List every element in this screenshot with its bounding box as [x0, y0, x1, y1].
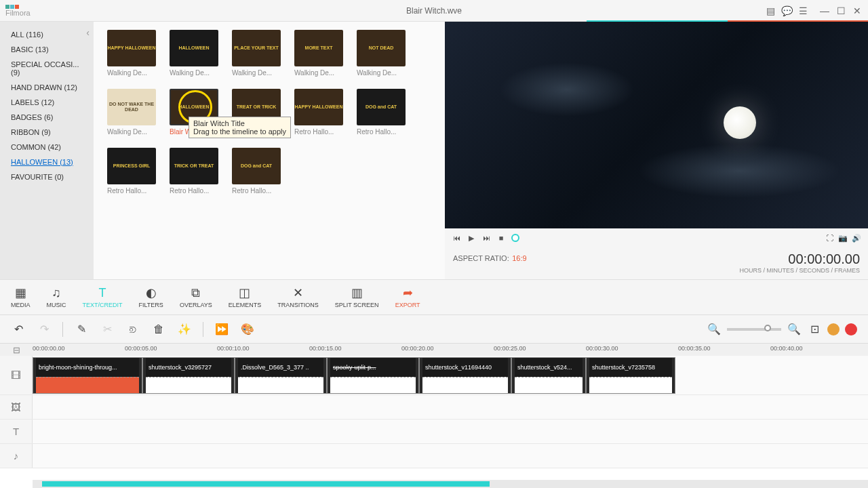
sidebar-item[interactable]: HAND DRAWN (12)	[0, 80, 94, 95]
fit-button[interactable]: ⊡	[807, 322, 822, 337]
audio-track-icon[interactable]: ♪	[0, 444, 33, 468]
timeline-clip[interactable]: bright-moon-shining-throug...	[33, 357, 142, 394]
record-button[interactable]	[845, 323, 857, 336]
record-indicator[interactable]	[827, 323, 840, 336]
ruler-mark: 00:00:35.00	[678, 345, 711, 352]
module-tabs: ▦MEDIA♫MUSICTTEXT/CREDIT◐FILTERS⧉OVERLAY…	[0, 279, 868, 314]
crop-button[interactable]: ⟄	[125, 322, 140, 337]
app-logo: Filmora	[5, 3, 46, 19]
timeline-clip[interactable]: shutterstock_v524...	[511, 357, 586, 394]
aspect-ratio-label: ASPECT RATIO: 16:9	[453, 251, 527, 264]
title-thumbnail[interactable]: DOG and CATRetro Hallo...	[232, 148, 281, 195]
collapse-arrow-icon[interactable]: ‹	[86, 27, 90, 38]
tab-transitions[interactable]: ✕TRANSITIONS	[277, 286, 319, 308]
note-icon[interactable]: ▤	[765, 5, 776, 16]
title-thumbnail[interactable]: HAPPY HALLOWEENRetro Hallo...	[294, 89, 343, 136]
tab-overlays[interactable]: ⧉OVERLAYS	[180, 286, 212, 308]
timeline-clip[interactable]: .Dissolve_D565_3_377 ..	[235, 357, 327, 394]
timeline: ⊟ 00:00:00.0000:00:05.0000:00:10.0000:00…	[0, 343, 868, 468]
sidebar-item[interactable]: COMMON (42)	[0, 140, 94, 155]
sidebar-item[interactable]: BADGES (6)	[0, 110, 94, 125]
magic-button[interactable]: ✨	[177, 322, 192, 337]
title-thumbnail[interactable]: PRINCESS GIRLRetro Hallo...	[107, 148, 156, 195]
fullscreen-icon[interactable]: ⛶	[825, 233, 834, 243]
speed-button[interactable]: ⏩	[214, 322, 229, 337]
thumbnail-grid: HAPPY HALLOWEENWalking De...HALLOWEENWal…	[94, 22, 445, 279]
image-track-icon[interactable]: 🖼	[0, 395, 33, 419]
playhead-handle[interactable]	[511, 234, 519, 242]
title-thumbnail[interactable]: MORE TEXTWalking De...	[294, 30, 343, 77]
undo-button[interactable]: ↶	[11, 322, 26, 337]
title-thumbnail[interactable]: DOG and CATRetro Hallo...	[357, 89, 406, 136]
title-thumbnail[interactable]: NOT DEADWalking De...	[357, 30, 406, 77]
ruler-mark: 00:00:00.00	[33, 345, 65, 352]
timecode-display: 00:00:00.00 HOURS / MINUTES / SECONDS / …	[739, 251, 860, 274]
timeline-clip[interactable]: spooky-uplit-p...	[327, 357, 419, 394]
timeline-toolbar: ↶ ↷ ✎ ✂ ⟄ 🗑 ✨ ⏩ 🎨 🔍 🔍 ⊡	[0, 314, 868, 343]
ruler-mark: 00:00:25.00	[494, 345, 526, 352]
delete-button[interactable]: 🗑	[151, 322, 166, 337]
ruler-mark: 00:00:20.00	[401, 345, 434, 352]
sidebar-item[interactable]: RIBBON (9)	[0, 125, 94, 140]
tab-music[interactable]: ♫MUSIC	[47, 286, 66, 308]
title-thumbnail[interactable]: PLACE YOUR TEXTWalking De...	[232, 30, 281, 77]
tab-elements[interactable]: ◫ELEMENTS	[229, 286, 262, 308]
zoom-in-icon[interactable]: 🔍	[787, 322, 802, 337]
ruler-mark: 00:00:40.00	[770, 345, 803, 352]
ruler-mark: 00:00:05.00	[125, 345, 157, 352]
forward-button[interactable]: ⏭	[481, 233, 491, 243]
timeline-clip[interactable]: shutterstock_v11694440	[419, 357, 511, 394]
chat-icon[interactable]: 💬	[781, 5, 792, 16]
tab-textcredit[interactable]: TTEXT/CREDIT	[83, 286, 123, 308]
sidebar-item[interactable]: FAVOURITE (0)	[0, 169, 94, 184]
sidebar-item[interactable]: HALLOWEEN (13)	[0, 155, 94, 169]
cut-button[interactable]: ✂	[100, 322, 115, 337]
stop-button[interactable]: ■	[496, 233, 506, 243]
project-title: Blair Witch.wve	[406, 6, 462, 16]
timeline-scrollbar[interactable]	[33, 480, 868, 488]
title-thumbnail[interactable]: DO NOT WAKE THE DEADWalking De...	[107, 89, 156, 136]
color-button[interactable]: 🎨	[240, 322, 255, 337]
preview-panel: ⏮ ▶ ⏭ ■ ⛶ 📷 🔊 ASPECT RATIO: 16:9 00:00:0…	[445, 22, 868, 279]
titlebar: Filmora Blair Witch.wve ▤ 💬 ☰ — ☐ ✕	[0, 0, 868, 22]
sidebar-item[interactable]: BASIC (13)	[0, 42, 94, 57]
edit-button[interactable]: ✎	[74, 322, 89, 337]
sidebar-item[interactable]: ALL (116)	[0, 27, 94, 42]
maximize-button[interactable]: ☐	[835, 5, 846, 16]
sidebar-item[interactable]: LABELS (12)	[0, 95, 94, 110]
title-thumbnail[interactable]: HAPPY HALLOWEENWalking De...	[107, 30, 156, 77]
zoom-slider[interactable]	[727, 328, 781, 331]
tab-media[interactable]: ▦MEDIA	[11, 286, 31, 308]
tab-filters[interactable]: ◐FILTERS	[139, 286, 163, 308]
play-button[interactable]: ▶	[467, 233, 476, 243]
text-track-icon[interactable]: T	[0, 420, 33, 443]
category-sidebar: ‹ ALL (116)BASIC (13)SPECIAL OCCASI... (…	[0, 22, 94, 279]
sidebar-item[interactable]: SPECIAL OCCASI... (9)	[0, 57, 94, 80]
ruler-mark: 00:00:30.00	[586, 345, 618, 352]
minimize-button[interactable]: —	[819, 5, 830, 16]
tab-export[interactable]: ➦EXPORT	[395, 286, 420, 308]
video-track-icon[interactable]: 🎞	[0, 356, 33, 394]
timeline-clip[interactable]: shutterstock_v7235758	[586, 357, 675, 394]
preview-canvas	[445, 22, 868, 228]
zoom-out-icon[interactable]: 🔍	[707, 322, 722, 337]
ruler-mark: 00:00:15.00	[309, 345, 342, 352]
volume-icon[interactable]: 🔊	[852, 233, 861, 243]
tab-splitscreen[interactable]: ▥SPLIT SCREEN	[335, 286, 379, 308]
title-thumbnail[interactable]: TRICK OR TREATRetro Hallo...	[170, 148, 218, 195]
rewind-button[interactable]: ⏮	[452, 233, 461, 243]
timeline-clip[interactable]: shutterstock_v3295727	[142, 357, 235, 394]
title-thumbnail[interactable]: HALLOWEENWalking De...	[170, 30, 218, 77]
snapshot-icon[interactable]: 📷	[838, 233, 848, 243]
drag-tooltip: Blair Witch Title Drag to the timeline t…	[189, 117, 291, 138]
preview-controls: ⏮ ▶ ⏭ ■ ⛶ 📷 🔊	[445, 228, 868, 247]
ruler-lock-icon[interactable]: ⊟	[0, 344, 33, 356]
close-button[interactable]: ✕	[852, 5, 863, 16]
moon-visual	[724, 106, 756, 139]
ruler-mark: 00:00:10.00	[217, 345, 250, 352]
redo-button[interactable]: ↷	[37, 322, 52, 337]
list-icon[interactable]: ☰	[797, 5, 808, 16]
